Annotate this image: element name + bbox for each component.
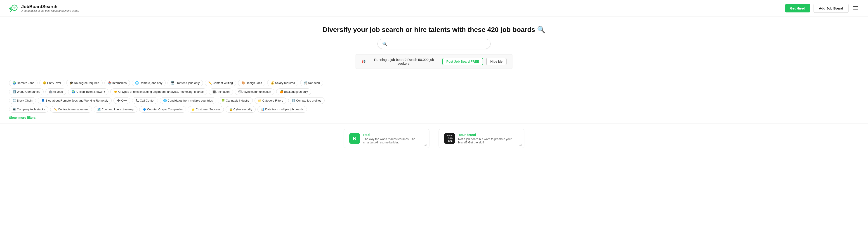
menu-line-2 bbox=[852, 8, 858, 8]
show-more-filters-button[interactable]: Show more filters bbox=[9, 116, 35, 119]
show-more-label: Show more filters bbox=[9, 116, 35, 119]
filter-tag[interactable]: 😊 Entry level bbox=[39, 80, 64, 86]
ad-logo-brand: YOURLOGOHERE bbox=[444, 133, 455, 144]
filter-tag[interactable]: 🌍 African Talent Network bbox=[68, 88, 108, 95]
filter-tag[interactable]: 📊 Data from multiple job boards bbox=[257, 106, 307, 113]
search-box: 🔍 bbox=[377, 39, 491, 49]
filter-tag[interactable]: 🌐 Remote jobs only bbox=[132, 80, 166, 86]
filter-tag[interactable]: 3️⃣ Web3 Companies bbox=[9, 88, 43, 95]
ad-desc-brand: Not a job board but want to promote your… bbox=[458, 137, 519, 144]
menu-line-3 bbox=[852, 9, 858, 10]
filter-tag[interactable]: 🍀 Cannabis industry bbox=[218, 97, 253, 104]
header: JobBoardSearch A curated list of the bes… bbox=[0, 0, 868, 17]
logo-area: JobBoardSearch A curated list of the bes… bbox=[9, 3, 79, 13]
filter-tag[interactable]: 🔒 Cyber security bbox=[225, 106, 256, 113]
filter-tag[interactable]: 🎨 Design Jobs bbox=[238, 80, 266, 86]
filter-tag[interactable]: ℹ️ Companies profiles bbox=[288, 97, 324, 104]
menu-button[interactable] bbox=[852, 5, 859, 11]
hide-me-button[interactable]: Hide Me bbox=[486, 58, 506, 65]
ad-name-brand: Your brand bbox=[458, 133, 519, 137]
filter-tag[interactable]: 🛠️ Non-tech bbox=[300, 80, 323, 86]
filter-tag[interactable]: 💻 Company tech stacks bbox=[9, 106, 49, 113]
hero-title: Diversify your job search or hire talent… bbox=[4, 26, 864, 33]
filter-tag[interactable]: ✏️ Contracts management bbox=[50, 106, 92, 113]
filters-section: 🌍 Remote Jobs😊 Entry level🎓 No degree re… bbox=[0, 80, 868, 120]
filter-tag[interactable]: 👤 Blog about Remote Jobs and Working Rem… bbox=[38, 97, 112, 104]
logo-text-area: JobBoardSearch A curated list of the bes… bbox=[21, 4, 79, 12]
promo-emoji: 📢 bbox=[362, 59, 366, 63]
ad-section: RReziThe way the world makes resumes. Th… bbox=[0, 123, 868, 148]
ad-badge-rezi: ad bbox=[425, 144, 427, 146]
filter-tag[interactable]: 🖥️ Frontend jobs only bbox=[167, 80, 203, 86]
filter-tag[interactable]: 🗺️ Cool and interactive map bbox=[94, 106, 137, 113]
add-job-board-button[interactable]: Add Job Board bbox=[813, 4, 849, 13]
promo-banner: 📢 Running a job board? Reach 50,000 job … bbox=[355, 54, 513, 69]
search-wrapper: 🔍 bbox=[4, 39, 864, 49]
filter-tag[interactable]: 🌐 Candidates from multiple countries bbox=[160, 97, 216, 104]
ad-logo-rezi: R bbox=[349, 133, 360, 144]
filter-tag[interactable]: ✏️ Content Writing bbox=[205, 80, 236, 86]
logo-icon bbox=[9, 3, 19, 13]
ad-card-brand[interactable]: YOURLOGOHEREYour brandNot a job board bu… bbox=[438, 129, 524, 148]
svg-point-2 bbox=[13, 6, 16, 9]
ad-desc-rezi: The way the world makes resumes. The sma… bbox=[363, 137, 424, 144]
logo-subtitle: A curated list of the best job boards in… bbox=[21, 9, 79, 12]
search-input[interactable] bbox=[390, 42, 486, 46]
filter-row-2: 3️⃣ Web3 Companies🤖 AI Jobs🌍 African Tal… bbox=[9, 88, 859, 95]
filter-row-4: 💻 Company tech stacks✏️ Contracts manage… bbox=[9, 106, 859, 113]
show-more-area: Show more filters bbox=[9, 115, 859, 120]
ad-badge-brand: ad bbox=[520, 144, 522, 146]
svg-line-1 bbox=[10, 10, 12, 12]
menu-line-1 bbox=[852, 6, 858, 7]
filter-tag[interactable]: 🎓 No degree required bbox=[66, 80, 103, 86]
filter-tag[interactable]: 📞 Call Center bbox=[132, 97, 158, 104]
filter-row-3: ⛓️ Block Chain👤 Blog about Remote Jobs a… bbox=[9, 97, 859, 104]
ad-info-brand: Your brandNot a job board but want to pr… bbox=[458, 133, 519, 144]
logo-title: JobBoardSearch bbox=[21, 4, 79, 9]
filter-tag[interactable]: 🤝 All types of roles including engineers… bbox=[110, 88, 207, 95]
filter-tag[interactable]: 💰 Salary required bbox=[267, 80, 298, 86]
filter-tag[interactable]: ⭐ Customer Success bbox=[188, 106, 224, 113]
filter-tag[interactable]: ➕ C++ bbox=[114, 97, 130, 104]
filter-tag[interactable]: 📚 Internships bbox=[104, 80, 130, 86]
promo-text: Running a job board? Reach 50,000 job se… bbox=[369, 58, 439, 65]
filter-tag[interactable]: ⛓️ Block Chain bbox=[9, 97, 36, 104]
filter-tag[interactable]: 💬 Async communication bbox=[235, 88, 274, 95]
filter-tag[interactable]: 📁 Category Filters bbox=[254, 97, 286, 104]
filter-tag[interactable]: 🤖 AI Jobs bbox=[45, 88, 66, 95]
filter-tag[interactable]: 🌍 Remote Jobs bbox=[9, 80, 37, 86]
filter-row-1: 🌍 Remote Jobs😊 Entry level🎓 No degree re… bbox=[9, 80, 859, 86]
filter-tag[interactable]: 🔷 Counter Crypto Companies bbox=[139, 106, 186, 113]
ad-name-rezi: Rezi bbox=[363, 133, 424, 137]
post-job-board-free-button[interactable]: Post Job Board FREE bbox=[442, 58, 483, 65]
filter-tag[interactable]: 🎬 Animation bbox=[209, 88, 233, 95]
ad-card-rezi[interactable]: RReziThe way the world makes resumes. Th… bbox=[344, 129, 430, 148]
search-icon: 🔍 bbox=[382, 41, 387, 46]
ad-info-rezi: ReziThe way the world makes resumes. The… bbox=[363, 133, 424, 144]
filter-tag[interactable]: 🍊 Backend jobs only bbox=[276, 88, 311, 95]
hero-section: Diversify your job search or hire talent… bbox=[0, 17, 868, 80]
get-hired-button[interactable]: Get Hired bbox=[785, 4, 810, 12]
header-actions: Get Hired Add Job Board bbox=[785, 4, 859, 13]
